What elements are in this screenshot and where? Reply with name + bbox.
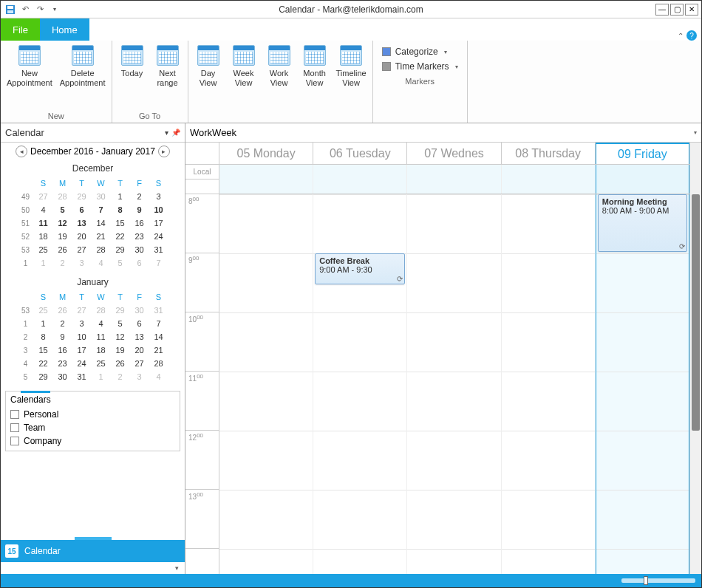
close-button[interactable]: ✕	[685, 4, 698, 16]
mini-cal-day[interactable]: 22	[34, 357, 53, 370]
mini-cal-day[interactable]: 21	[92, 230, 111, 243]
pin-icon[interactable]: 📌	[171, 129, 180, 137]
mini-cal-day[interactable]: 4	[92, 317, 111, 330]
mini-cal-day[interactable]: 19	[53, 230, 72, 243]
mini-cal-day[interactable]: 16	[53, 343, 72, 357]
mini-cal-day[interactable]: 15	[34, 343, 53, 357]
mini-cal-day[interactable]: 23	[130, 230, 149, 243]
all-day-cell[interactable]	[407, 165, 501, 194]
mini-cal-day[interactable]: 28	[149, 357, 168, 370]
all-day-cell[interactable]	[313, 165, 407, 194]
save-icon[interactable]	[4, 3, 17, 16]
calendar-checkbox-item[interactable]: Company	[10, 434, 175, 448]
all-day-row[interactable]	[219, 165, 689, 194]
all-day-cell[interactable]	[502, 165, 596, 194]
mini-cal-day[interactable]: 7	[92, 203, 111, 216]
mini-cal-day[interactable]: 25	[34, 304, 53, 317]
panel-menu-icon[interactable]: ▾	[165, 129, 168, 137]
mini-cal-day[interactable]: 18	[92, 343, 111, 357]
mini-cal-day[interactable]: 29	[111, 304, 130, 317]
mini-cal-day[interactable]: 3	[149, 190, 168, 203]
mini-calendar-december[interactable]: DecemberSMTWTFS4927282930123504567891051…	[1, 160, 185, 274]
mini-cal-day[interactable]: 4	[149, 370, 168, 383]
tab-home[interactable]: Home	[40, 18, 89, 41]
day-view-button[interactable]: DayView	[193, 44, 224, 89]
mini-cal-day[interactable]: 26	[53, 304, 72, 317]
mini-cal-day[interactable]: 5	[111, 317, 130, 330]
mini-cal-day[interactable]: 18	[34, 230, 53, 243]
zoom-slider[interactable]	[621, 578, 695, 583]
vertical-scrollbar[interactable]	[689, 143, 701, 574]
mini-cal-day[interactable]: 30	[53, 370, 72, 383]
week-view-button[interactable]: WeekView	[228, 44, 259, 89]
mini-cal-day[interactable]: 6	[130, 317, 149, 330]
time-markers-dropdown[interactable]: Time Markers▾	[381, 60, 460, 73]
day-header[interactable]: 07 Wednes	[407, 143, 501, 164]
mini-cal-day[interactable]: 9	[53, 330, 72, 343]
qat-dropdown-icon[interactable]: ▾	[48, 3, 61, 16]
tab-file[interactable]: File	[1, 18, 40, 41]
mini-cal-day[interactable]: 30	[130, 304, 149, 317]
mini-cal-day[interactable]: 24	[149, 230, 168, 243]
mini-cal-day[interactable]: 5	[111, 256, 130, 270]
mini-cal-day[interactable]: 1	[34, 317, 53, 330]
help-icon[interactable]: ?	[686, 30, 697, 41]
month-view-button[interactable]: MonthView	[299, 44, 330, 89]
all-day-cell[interactable]	[596, 165, 689, 194]
mini-cal-day[interactable]: 27	[130, 357, 149, 370]
all-day-cell[interactable]	[219, 165, 313, 194]
mini-cal-day[interactable]: 8	[111, 203, 130, 216]
mini-cal-day[interactable]: 13	[130, 330, 149, 343]
mini-cal-day[interactable]: 30	[92, 190, 111, 203]
mini-cal-day[interactable]: 23	[53, 357, 72, 370]
scheduler-menu-icon[interactable]: ▾	[694, 129, 697, 136]
mini-cal-day[interactable]: 1	[111, 190, 130, 203]
appointment-morning-meeting[interactable]: Morning Meeting 8:00 AM - 9:00 AM⟳	[598, 194, 687, 252]
next-range-button[interactable]: Next range	[152, 44, 183, 89]
prev-range-button[interactable]: ◂	[16, 146, 27, 157]
mini-cal-day[interactable]: 6	[130, 256, 149, 270]
day-column[interactable]: Coffee Break9:00 AM - 9:30⟳	[313, 194, 407, 574]
mini-cal-day[interactable]: 8	[34, 330, 53, 343]
mini-cal-day[interactable]: 2	[111, 370, 130, 383]
ribbon-collapse-icon[interactable]: ⌃	[678, 32, 684, 40]
day-header[interactable]: 06 Tuesday	[313, 143, 407, 164]
mini-cal-day[interactable]: 3	[72, 256, 92, 270]
mini-cal-day[interactable]: 27	[34, 190, 53, 203]
mini-cal-day[interactable]: 5	[53, 203, 72, 216]
mini-cal-day[interactable]: 19	[111, 343, 130, 357]
mini-cal-day[interactable]: 3	[72, 317, 92, 330]
mini-cal-day[interactable]: 4	[34, 203, 53, 216]
day-header[interactable]: 09 Friday	[596, 143, 689, 164]
appointment-coffee-break[interactable]: Coffee Break9:00 AM - 9:30⟳	[315, 253, 405, 284]
day-header[interactable]: 05 Monday	[219, 143, 313, 164]
mini-cal-day[interactable]: 26	[111, 357, 130, 370]
mini-cal-day[interactable]: 20	[130, 343, 149, 357]
undo-icon[interactable]: ↶	[18, 3, 32, 16]
mini-cal-day[interactable]: 28	[92, 304, 111, 317]
mini-cal-day[interactable]: 31	[149, 304, 168, 317]
mini-cal-day[interactable]: 2	[53, 256, 72, 270]
mini-cal-day[interactable]: 24	[72, 357, 92, 370]
delete-appointment-button[interactable]: Delete Appointment	[58, 44, 107, 89]
mini-cal-day[interactable]: 22	[111, 230, 130, 243]
mini-cal-day[interactable]: 6	[72, 203, 92, 216]
mini-cal-day[interactable]: 30	[130, 243, 149, 256]
day-header[interactable]: 08 Thursday	[502, 143, 596, 164]
maximize-button[interactable]: ▢	[670, 4, 684, 16]
mini-cal-day[interactable]: 16	[130, 216, 149, 230]
minimize-button[interactable]: —	[655, 4, 669, 16]
mini-cal-day[interactable]: 9	[130, 203, 149, 216]
mini-cal-day[interactable]: 11	[92, 330, 111, 343]
mini-cal-day[interactable]: 28	[53, 190, 72, 203]
mini-cal-day[interactable]: 29	[111, 243, 130, 256]
mini-cal-day[interactable]: 29	[72, 190, 92, 203]
categorize-dropdown[interactable]: Categorize▾	[381, 45, 460, 58]
redo-icon[interactable]: ↷	[33, 3, 47, 16]
mini-cal-day[interactable]: 2	[130, 190, 149, 203]
mini-cal-day[interactable]: 29	[34, 370, 53, 383]
mini-cal-day[interactable]: 1	[34, 256, 53, 270]
mini-cal-day[interactable]: 10	[149, 203, 168, 216]
mini-cal-day[interactable]: 10	[72, 330, 92, 343]
mini-cal-day[interactable]: 14	[92, 216, 111, 230]
